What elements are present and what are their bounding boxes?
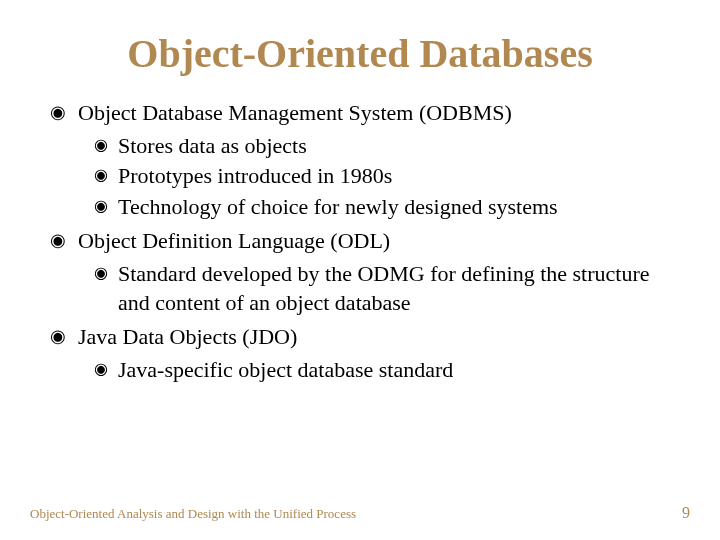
slide: Object-Oriented Databases ◉ Object Datab…: [0, 0, 720, 540]
bullet-icon: ◉: [94, 135, 108, 156]
list-item: ◉ Standard developed by the ODMG for def…: [50, 260, 670, 317]
bullet-icon: ◉: [50, 229, 66, 252]
bullet-icon: ◉: [50, 101, 66, 124]
item-text: Technology of choice for newly designed …: [118, 194, 558, 219]
list-item: ◉ Object Database Management System (ODB…: [50, 99, 670, 128]
list-item: ◉ Object Definition Language (ODL): [50, 227, 670, 256]
page-number: 9: [682, 504, 690, 522]
bullet-icon: ◉: [94, 359, 108, 380]
item-text: Standard developed by the ODMG for defin…: [118, 261, 650, 315]
item-text: Object Database Management System (ODBMS…: [78, 100, 512, 125]
footer: Object-Oriented Analysis and Design with…: [30, 504, 690, 522]
list-item: ◉ Technology of choice for newly designe…: [50, 193, 670, 222]
bullet-icon: ◉: [94, 263, 108, 284]
bullet-icon: ◉: [94, 165, 108, 186]
bullet-icon: ◉: [50, 325, 66, 348]
list-item: ◉ Stores data as objects: [50, 132, 670, 161]
item-text: Java-specific object database standard: [118, 357, 453, 382]
footer-text: Object-Oriented Analysis and Design with…: [30, 506, 356, 522]
item-text: Stores data as objects: [118, 133, 307, 158]
list-item: ◉ Java-specific object database standard: [50, 356, 670, 385]
item-text: Java Data Objects (JDO): [78, 324, 297, 349]
list-item: ◉ Java Data Objects (JDO): [50, 323, 670, 352]
item-text: Prototypes introduced in 1980s: [118, 163, 392, 188]
item-text: Object Definition Language (ODL): [78, 228, 390, 253]
list-item: ◉ Prototypes introduced in 1980s: [50, 162, 670, 191]
slide-title: Object-Oriented Databases: [50, 30, 670, 77]
bullet-icon: ◉: [94, 196, 108, 217]
